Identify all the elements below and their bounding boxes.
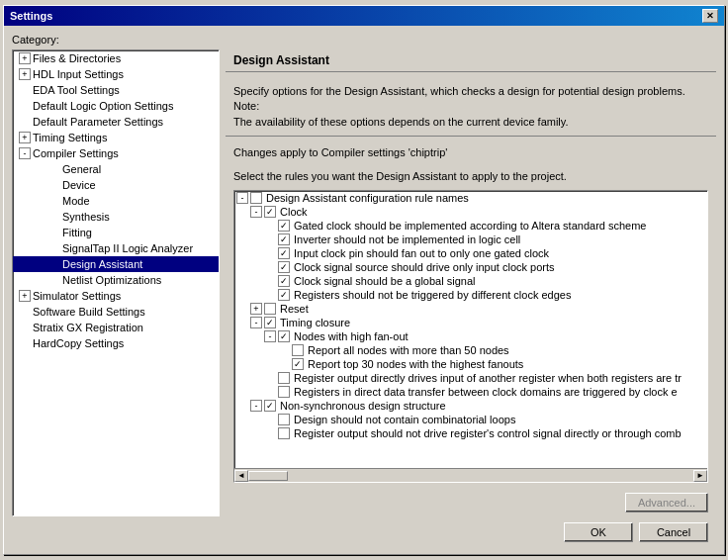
close-button[interactable]: ✕	[702, 9, 718, 23]
rule-fanout[interactable]: - Nodes with high fan-out	[234, 329, 707, 343]
tree-item-signaltap[interactable]: SignalTap II Logic Analyzer	[13, 240, 219, 256]
tree-item-software-build[interactable]: Software Build Settings	[13, 304, 219, 320]
changes-note: Changes apply to Compiler settings 'chip…	[226, 142, 716, 162]
expand-files[interactable]: +	[19, 52, 31, 64]
tree-item-fitting[interactable]: Fitting	[13, 225, 219, 240]
tree-item-files[interactable]: + Files & Directories	[13, 50, 219, 66]
check-tc-r3[interactable]	[278, 386, 290, 398]
check-nonsync[interactable]	[264, 400, 276, 412]
check-nonsync-r1[interactable]	[278, 414, 290, 425]
tree-item-netlist[interactable]: Netlist Optimizations	[13, 272, 219, 288]
check-clock-r1[interactable]	[278, 220, 290, 232]
tree-item-general[interactable]: General	[13, 161, 219, 177]
check-clock-r4[interactable]	[278, 261, 290, 273]
rule-root[interactable]: - Design Assistant configuration rule na…	[234, 191, 707, 205]
description-line1: Specify options for the Design Assistant…	[233, 85, 685, 112]
rule-label-timing-closure: Timing closure	[280, 317, 350, 328]
tree-item-timing[interactable]: + Timing Settings	[13, 130, 219, 145]
expand-timing[interactable]: +	[19, 132, 31, 143]
check-tc-r2[interactable]	[278, 372, 290, 384]
rule-timing-closure[interactable]: - Timing closure	[234, 316, 707, 329]
tree-label-netlist: Netlist Optimizations	[62, 274, 161, 286]
tree-item-synthesis[interactable]: Synthesis	[13, 209, 219, 225]
expand-nonsync[interactable]: -	[250, 400, 262, 412]
description-line2: The availability of these options depend…	[233, 116, 569, 128]
rule-label-clock-r5: Clock signal should be a global signal	[294, 275, 475, 287]
settings-dialog: Settings ✕ Category: + Files & Directori…	[3, 5, 725, 555]
expand-timing-closure[interactable]: -	[250, 317, 262, 328]
rule-tree-container: - Design Assistant configuration rule na…	[233, 190, 708, 483]
rule-clock-r6[interactable]: Registers should not be triggered by dif…	[234, 288, 707, 302]
expand-root[interactable]: -	[236, 192, 248, 204]
tree-item-default-logic[interactable]: Default Logic Option Settings	[13, 98, 219, 114]
tree-label-hardcopy: HardCopy Settings	[33, 337, 124, 349]
tree-item-stratix[interactable]: Stratix GX Registration	[13, 320, 219, 335]
rule-nonsync[interactable]: - Non-synchronous design structure	[234, 399, 707, 413]
rule-clock-r4[interactable]: Clock signal source should drive only in…	[234, 260, 707, 274]
tree-label-timing: Timing Settings	[33, 132, 107, 143]
scroll-thumb[interactable]	[248, 471, 288, 481]
check-nonsync-r2[interactable]	[278, 427, 290, 439]
tree-item-hdl[interactable]: + HDL Input Settings	[13, 66, 219, 82]
tree-label-device: Device	[62, 179, 96, 191]
cancel-button[interactable]: Cancel	[639, 522, 708, 542]
check-fanout-r1[interactable]	[292, 344, 304, 356]
expand-hdl[interactable]: +	[19, 68, 31, 80]
rule-reset[interactable]: + Reset	[234, 302, 707, 316]
tree-label-fitting: Fitting	[62, 227, 92, 238]
tree-label-synthesis: Synthesis	[62, 211, 110, 223]
check-root[interactable]	[250, 192, 262, 204]
expand-fanout[interactable]: -	[264, 330, 276, 342]
check-clock-r5[interactable]	[278, 275, 290, 287]
tree-item-default-param[interactable]: Default Parameter Settings	[13, 114, 219, 130]
tree-item-hardcopy[interactable]: HardCopy Settings	[13, 335, 219, 351]
rule-label-clock-r6: Registers should not be triggered by dif…	[294, 289, 571, 301]
rule-clock-r1[interactable]: Gated clock should be implemented accord…	[234, 219, 707, 233]
rule-nonsync-r2[interactable]: Register output should not drive registe…	[234, 426, 707, 440]
rule-tree-scroll[interactable]: - Design Assistant configuration rule na…	[234, 191, 707, 468]
rule-label-clock-r2: Inverter should not be implemented in lo…	[294, 233, 520, 245]
tree-item-design-assistant[interactable]: Design Assistant	[13, 256, 219, 272]
rule-label-nonsync-r1: Design should not contain combinatorial …	[294, 414, 515, 425]
rule-label-clock-r3: Input clock pin should fan out to only o…	[294, 247, 549, 259]
check-reset[interactable]	[264, 303, 276, 315]
rule-label-tc-r3: Registers in direct data transfer betwee…	[294, 386, 678, 398]
rule-clock[interactable]: - Clock	[234, 205, 707, 219]
title-bar-buttons: ✕	[702, 9, 718, 23]
tree-item-compiler[interactable]: - Compiler Settings	[13, 145, 219, 161]
rule-clock-r5[interactable]: Clock signal should be a global signal	[234, 274, 707, 288]
check-clock-r2[interactable]	[278, 233, 290, 245]
tree-item-simulator[interactable]: + Simulator Settings	[13, 288, 219, 304]
tree-item-device[interactable]: Device	[13, 177, 219, 193]
check-fanout[interactable]	[278, 330, 290, 342]
tree-label-compiler: Compiler Settings	[33, 147, 119, 159]
rule-nonsync-r1[interactable]: Design should not contain combinatorial …	[234, 413, 707, 426]
expand-clock[interactable]: -	[250, 206, 262, 218]
rule-fanout-r1[interactable]: Report all nodes with more than 50 nodes	[234, 343, 707, 357]
expand-reset[interactable]: +	[250, 303, 262, 315]
rule-tc-r3[interactable]: Registers in direct data transfer betwee…	[234, 385, 707, 399]
check-clock-r3[interactable]	[278, 247, 290, 259]
advanced-button[interactable]: Advanced...	[625, 493, 708, 513]
tree-item-mode[interactable]: Mode	[13, 193, 219, 209]
title-bar: Settings ✕	[4, 6, 724, 26]
rule-clock-r3[interactable]: Input clock pin should fan out to only o…	[234, 246, 707, 260]
scroll-left-button[interactable]: ◄	[234, 470, 248, 482]
check-clock-r6[interactable]	[278, 289, 290, 301]
rule-fanout-r2[interactable]: Report top 30 nodes with the highest fan…	[234, 357, 707, 371]
advanced-btn-area: Advanced...	[226, 489, 716, 516]
check-timing-closure[interactable]	[264, 317, 276, 328]
tree-item-eda[interactable]: EDA Tool Settings	[13, 82, 219, 98]
rule-tc-r2[interactable]: Register output directly drives input of…	[234, 371, 707, 385]
rule-label-reset: Reset	[280, 303, 309, 315]
check-clock[interactable]	[264, 206, 276, 218]
rule-clock-r2[interactable]: Inverter should not be implemented in lo…	[234, 233, 707, 246]
scroll-right-button[interactable]: ►	[693, 470, 707, 482]
ok-button[interactable]: OK	[564, 522, 633, 542]
tree-label-default-param: Default Parameter Settings	[33, 116, 163, 128]
expand-simulator[interactable]: +	[19, 290, 31, 302]
expand-compiler[interactable]: -	[19, 147, 31, 159]
left-panel[interactable]: + Files & Directories + HDL Input Settin…	[12, 49, 220, 516]
check-fanout-r2[interactable]	[292, 358, 304, 370]
tree-label-stratix: Stratix GX Registration	[33, 322, 143, 333]
